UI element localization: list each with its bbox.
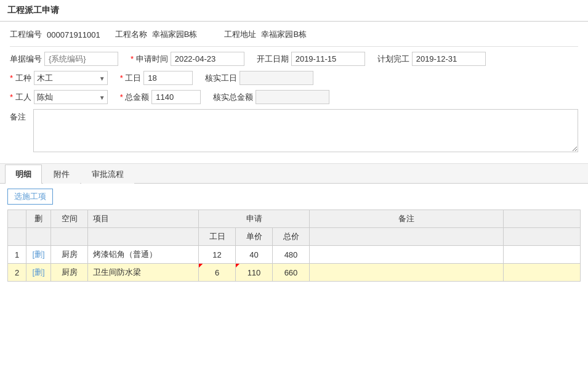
project-name-label: 工程名称 bbox=[115, 29, 147, 40]
project-address-label: 工程地址 bbox=[224, 29, 256, 40]
plan-finish-item: 计划完工 bbox=[377, 52, 486, 66]
apply-time-label: 申请时间 bbox=[131, 54, 168, 65]
tab-approval[interactable]: 审批流程 bbox=[81, 165, 134, 184]
remarks-label: 备注 bbox=[10, 109, 28, 123]
work-type-select-wrapper: 木工 bbox=[34, 71, 108, 85]
table-row: 1[删]厨房烤漆铝角（普通）1240480 bbox=[8, 246, 581, 264]
subheader-unitprice: 单价 bbox=[236, 228, 273, 246]
work-type-label: 工种 bbox=[10, 73, 31, 84]
tabs-bar: 明细 附件 审批流程 bbox=[0, 164, 588, 184]
work-days-item: 工日 bbox=[120, 71, 193, 85]
work-days-input[interactable] bbox=[143, 71, 193, 85]
col-header-project: 项目 bbox=[88, 210, 199, 228]
total-amount-input[interactable] bbox=[151, 90, 201, 104]
order-number-item: 单据编号 bbox=[10, 52, 118, 66]
col-header-index bbox=[8, 210, 26, 228]
cell-space: 厨房 bbox=[51, 264, 88, 282]
cell-total: 660 bbox=[273, 264, 310, 282]
cell-project: 卫生间防水梁 bbox=[88, 264, 199, 282]
actual-work-days-input[interactable] bbox=[240, 71, 313, 85]
project-name-item: 工程名称 幸福家园B栋 bbox=[115, 28, 200, 41]
col-header-del: 删 bbox=[26, 210, 51, 228]
worker-label: 工人 bbox=[10, 92, 31, 103]
form-section: 工程编号 000071911001 工程名称 幸福家园B栋 工程地址 幸福家园B… bbox=[0, 22, 588, 164]
delete-link[interactable]: [删] bbox=[32, 267, 44, 277]
tab-detail[interactable]: 明细 bbox=[5, 165, 42, 184]
project-name-value: 幸福家园B栋 bbox=[150, 28, 200, 41]
total-amount-label: 总金额 bbox=[120, 92, 150, 103]
order-number-input[interactable] bbox=[44, 52, 118, 66]
cell-extra bbox=[504, 264, 581, 282]
apply-time-input[interactable] bbox=[171, 52, 244, 66]
col-header-apply-group: 申请 bbox=[199, 210, 310, 228]
total-amount-item: 总金额 bbox=[120, 90, 201, 104]
actual-work-days-item: 核实工日 bbox=[205, 71, 313, 85]
cell-unitprice: 110 bbox=[236, 264, 273, 282]
worker-select-wrapper: 陈灿 bbox=[34, 90, 108, 104]
project-address-value: 幸福家园B栋 bbox=[259, 28, 309, 41]
worker-item: 工人 陈灿 bbox=[10, 90, 108, 104]
subheader-index bbox=[8, 228, 26, 246]
cell-index: 1 bbox=[8, 246, 26, 264]
start-date-input[interactable] bbox=[291, 52, 365, 66]
cell-extra bbox=[504, 246, 581, 264]
form-row-2: 单据编号 申请时间 开工日期 计划完工 bbox=[10, 52, 578, 66]
subheader-remarks bbox=[310, 228, 504, 246]
project-number-label: 工程编号 bbox=[10, 29, 42, 40]
detail-table: 删 空间 项目 申请 备注 工日 单价 总价 1[删]厨房烤漆铝角（普通）124… bbox=[7, 210, 581, 282]
subheader-workday: 工日 bbox=[199, 228, 236, 246]
project-address-item: 工程地址 幸福家园B栋 bbox=[224, 28, 309, 41]
actual-work-days-label: 核实工日 bbox=[205, 73, 237, 84]
col-header-remarks: 备注 bbox=[310, 210, 504, 228]
start-date-label: 开工日期 bbox=[257, 54, 289, 65]
select-item-button[interactable]: 选施工项 bbox=[7, 189, 53, 205]
table-subheader-row: 工日 单价 总价 bbox=[8, 228, 581, 246]
tab-attachment[interactable]: 附件 bbox=[43, 165, 80, 184]
apply-time-item: 申请时间 bbox=[131, 52, 244, 66]
work-type-select[interactable]: 木工 bbox=[34, 71, 108, 85]
start-date-item: 开工日期 bbox=[257, 52, 365, 66]
actual-total-item: 核实总金额 bbox=[213, 90, 329, 104]
form-row-1: 工程编号 000071911001 工程名称 幸福家园B栋 工程地址 幸福家园B… bbox=[10, 28, 578, 41]
project-number-value: 000071911001 bbox=[44, 29, 103, 41]
subheader-space bbox=[51, 228, 88, 246]
cell-remarks bbox=[310, 246, 504, 264]
table-header-row: 删 空间 项目 申请 备注 bbox=[8, 210, 581, 228]
work-type-item: 工种 木工 bbox=[10, 71, 108, 85]
subheader-del bbox=[26, 228, 51, 246]
page-title: 工程派工申请 bbox=[0, 0, 588, 22]
cell-del[interactable]: [删] bbox=[26, 264, 51, 282]
detail-section: 选施工项 删 空间 项目 申请 备注 工日 单价 总价 bbox=[0, 184, 588, 287]
actual-total-input[interactable] bbox=[256, 90, 329, 104]
plan-finish-label: 计划完工 bbox=[377, 54, 409, 65]
cell-workday: 6 bbox=[199, 264, 236, 282]
delete-link[interactable]: [删] bbox=[32, 250, 44, 259]
subheader-total: 总价 bbox=[273, 228, 310, 246]
subheader-project bbox=[88, 228, 199, 246]
cell-remarks bbox=[310, 264, 504, 282]
plan-finish-input[interactable] bbox=[412, 52, 486, 66]
cell-project: 烤漆铝角（普通） bbox=[88, 246, 199, 264]
cell-total: 480 bbox=[273, 246, 310, 264]
order-number-label: 单据编号 bbox=[10, 54, 42, 65]
cell-space: 厨房 bbox=[51, 246, 88, 264]
cell-del[interactable]: [删] bbox=[26, 246, 51, 264]
worker-select[interactable]: 陈灿 bbox=[34, 90, 108, 104]
table-body: 1[删]厨房烤漆铝角（普通）12404802[删]厨房卫生间防水梁6110660 bbox=[8, 246, 581, 282]
remarks-textarea[interactable] bbox=[33, 109, 578, 152]
form-row-3: 工种 木工 工日 核实工日 bbox=[10, 71, 578, 85]
cell-workday: 12 bbox=[199, 246, 236, 264]
form-row-4: 工人 陈灿 总金额 核实总金额 bbox=[10, 90, 578, 104]
table-row: 2[删]厨房卫生间防水梁6110660 bbox=[8, 264, 581, 282]
col-header-space: 空间 bbox=[51, 210, 88, 228]
project-number-item: 工程编号 000071911001 bbox=[10, 29, 103, 41]
work-days-label: 工日 bbox=[120, 73, 142, 84]
cell-index: 2 bbox=[8, 264, 26, 282]
subheader-extra bbox=[504, 228, 581, 246]
remarks-row: 备注 bbox=[10, 109, 578, 152]
col-header-extra bbox=[504, 210, 581, 228]
actual-total-label: 核实总金额 bbox=[213, 92, 253, 103]
cell-unitprice: 40 bbox=[236, 246, 273, 264]
